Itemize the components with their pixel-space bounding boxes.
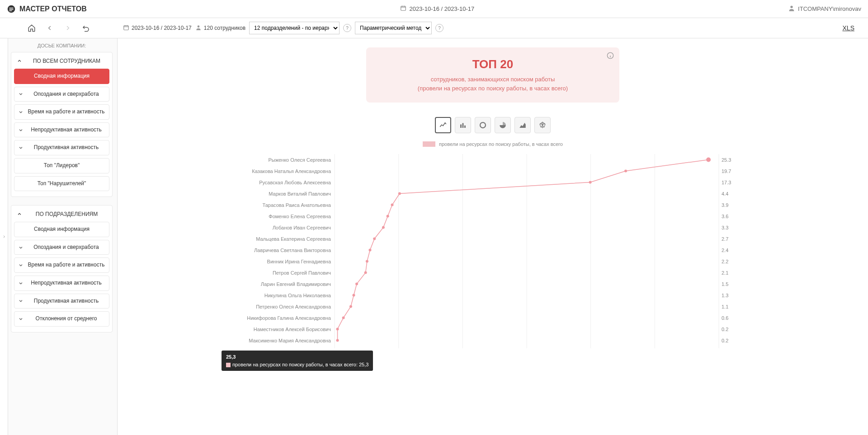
sidebar-group-title-all[interactable]: ПО ВСЕМ СОТРУДНИКАМ bbox=[14, 55, 109, 69]
reports-icon bbox=[7, 5, 16, 14]
header-date-range: 2023-10-16 / 2023-10-17 bbox=[400, 5, 474, 13]
chart-value-label: 2.1 bbox=[722, 270, 728, 276]
back-button[interactable] bbox=[45, 23, 55, 33]
chart-point[interactable] bbox=[387, 215, 389, 218]
top-header: МАСТЕР ОТЧЕТОВ 2023-10-16 / 2023-10-17 I… bbox=[0, 0, 868, 18]
sidebar-item[interactable]: Время на работе и активность bbox=[14, 104, 109, 120]
undo-button[interactable] bbox=[81, 23, 91, 33]
sidebar-item[interactable]: Топ "Лидеров" bbox=[14, 158, 109, 173]
chart-point[interactable] bbox=[398, 192, 401, 195]
chart-value-label: 1.3 bbox=[722, 293, 728, 298]
sidebar-item[interactable]: Опоздания и сверхработа bbox=[14, 87, 109, 102]
card-sub1: сотрудников, занимающихся поиском работы bbox=[380, 75, 606, 84]
card-title: ТОП 20 bbox=[380, 57, 606, 71]
chart-type-radar-button[interactable] bbox=[534, 117, 551, 133]
chart-point[interactable] bbox=[373, 238, 376, 240]
sidebar-item-label: Сводная информация bbox=[18, 73, 105, 80]
svg-rect-1 bbox=[9, 8, 14, 9]
chart-type-area-button[interactable] bbox=[514, 117, 531, 133]
sidebar-item[interactable]: Сводная информация bbox=[14, 222, 109, 237]
chart-y-label: Никулина Ольга Николаевна bbox=[264, 293, 331, 298]
chart-point[interactable] bbox=[706, 158, 711, 162]
chart-point[interactable] bbox=[589, 181, 592, 184]
export-xls-button[interactable]: XLS bbox=[843, 24, 854, 32]
chart-type-donut-button[interactable] bbox=[475, 117, 491, 133]
sidebar-item-label: Время на работе и активность bbox=[27, 108, 105, 116]
chart-point[interactable] bbox=[391, 204, 394, 206]
chart-type-line-button[interactable] bbox=[435, 117, 451, 133]
method-select[interactable]: Параметрический метод bbox=[355, 22, 432, 34]
chart-point[interactable] bbox=[336, 328, 339, 331]
header-date-text: 2023-10-16 / 2023-10-17 bbox=[409, 5, 474, 12]
sidebar-item[interactable]: Непродуктивная активность bbox=[14, 276, 109, 291]
info-icon[interactable] bbox=[607, 52, 614, 61]
help-dept-button[interactable]: ? bbox=[343, 24, 351, 32]
chart-y-label: Ларин Евгений Владимирович bbox=[261, 281, 331, 287]
chart-y-label: Лавричева Светлана Викторовна bbox=[254, 248, 331, 253]
chart-type-bar-button[interactable] bbox=[455, 117, 471, 133]
sidebar-item-label: Опоздания и сверхработа bbox=[27, 91, 105, 98]
help-method-button[interactable]: ? bbox=[435, 24, 443, 32]
sidebar-item[interactable]: Отклонения от среднего bbox=[14, 311, 109, 327]
toolbar-filters: 2023-10-16 / 2023-10-17 120 сотрудников … bbox=[118, 22, 868, 34]
chart-point[interactable] bbox=[382, 226, 385, 229]
chart[interactable]: Рыженко Олеся Сергеевна25.3Казакова Ната… bbox=[244, 150, 741, 351]
chevron-up-icon bbox=[17, 59, 22, 63]
svg-rect-9 bbox=[460, 125, 462, 128]
toolbar-date[interactable]: 2023-10-16 / 2023-10-17 bbox=[123, 24, 192, 32]
sidebar-item-label: Топ "Нарушителей" bbox=[18, 180, 105, 187]
toolbar-date-text: 2023-10-16 / 2023-10-17 bbox=[132, 25, 192, 31]
chart-y-label: Марков Виталий Павлович bbox=[269, 191, 331, 196]
sidebar-item-label: Топ "Лидеров" bbox=[18, 162, 105, 169]
chart-y-label: Русавская Любовь Алексеевна bbox=[259, 180, 331, 185]
chart-y-label: Максименко Мария Александровна bbox=[249, 338, 331, 343]
toolbar-employees[interactable]: 120 сотрудников bbox=[195, 24, 245, 32]
sidebar-item[interactable]: Время на работе и активность bbox=[14, 257, 109, 273]
home-button[interactable] bbox=[27, 23, 37, 33]
chart-tooltip: 25,3 провели на ресурсах по поиску работ… bbox=[222, 351, 373, 371]
chart-point[interactable] bbox=[366, 260, 368, 263]
sidebar-group-all-employees: ПО ВСЕМ СОТРУДНИКАМ Сводная информацияОп… bbox=[11, 52, 113, 197]
sidebar-item-label: Сводная информация bbox=[18, 226, 105, 233]
legend-swatch bbox=[423, 141, 435, 147]
dept-select[interactable]: 12 подразделений - по иерархии bbox=[249, 22, 340, 34]
header-user-text: ITCOMPANY\mironovav bbox=[798, 5, 861, 12]
sidebar-item[interactable]: Продуктивная активность bbox=[14, 294, 109, 309]
card-sub2: (провели на ресурсах по поиску работы, в… bbox=[380, 84, 606, 93]
chart-value-label: 4.4 bbox=[722, 191, 728, 196]
chart-point[interactable] bbox=[353, 294, 355, 297]
chart-legend[interactable]: провели на ресурсах по поиску работы, в … bbox=[222, 141, 764, 147]
toolbar-employees-text: 120 сотрудников bbox=[204, 25, 245, 31]
chart-point[interactable] bbox=[342, 317, 345, 319]
chevron-down-icon bbox=[18, 92, 24, 96]
sidebar-item[interactable]: Опоздания и сверхработа bbox=[14, 240, 109, 255]
chart-y-label: Наместников Алексей Борисович bbox=[254, 327, 331, 332]
legend-label: провели на ресурсах по поиску работы, в … bbox=[439, 141, 563, 147]
sidebar-group-title-dept[interactable]: ПО ПОДРАЗДЕЛЕНИЯМ bbox=[14, 208, 109, 222]
chart-value-label: 17.3 bbox=[722, 180, 731, 185]
chevron-up-icon bbox=[17, 212, 22, 216]
sidebar-item[interactable]: Непродуктивная активность bbox=[14, 122, 109, 138]
tooltip-swatch bbox=[226, 363, 231, 367]
chart-point[interactable] bbox=[349, 305, 352, 308]
chart-value-label: 2.4 bbox=[722, 248, 728, 253]
chart-point[interactable] bbox=[336, 339, 339, 342]
chart-type-pie-button[interactable] bbox=[495, 117, 511, 133]
sidebar-item[interactable]: Топ "Нарушителей" bbox=[14, 176, 109, 192]
sidebar-item[interactable]: Сводная информация bbox=[14, 69, 109, 84]
sidebar-item[interactable]: Продуктивная активность bbox=[14, 140, 109, 155]
chart-line bbox=[338, 160, 709, 341]
chart-point[interactable] bbox=[355, 283, 358, 285]
chart-point[interactable] bbox=[368, 249, 371, 252]
header-user[interactable]: ITCOMPANY\mironovav bbox=[788, 5, 861, 13]
forward-button[interactable] bbox=[63, 23, 73, 33]
sidebar-header: ДОСЬЕ КОМПАНИИ: bbox=[10, 38, 113, 52]
sidebar-collapse-button[interactable] bbox=[0, 38, 8, 435]
chart-point[interactable] bbox=[624, 170, 627, 173]
sidebar[interactable]: ДОСЬЕ КОМПАНИИ: ПО ВСЕМ СОТРУДНИКАМ Свод… bbox=[8, 38, 118, 435]
calendar-icon bbox=[400, 5, 406, 13]
chart-y-label: Винник Ирина Геннадиевна bbox=[267, 259, 331, 264]
calendar-icon bbox=[123, 24, 129, 32]
chart-type-selector bbox=[131, 117, 854, 133]
chart-point[interactable] bbox=[364, 271, 367, 274]
